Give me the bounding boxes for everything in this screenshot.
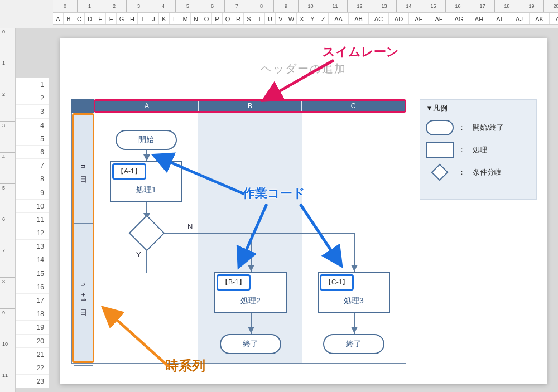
row-header[interactable]: 20 [16, 335, 49, 348]
row-header[interactable]: 11 [16, 213, 49, 226]
proc1-code: 【A-1】 [112, 163, 146, 180]
swimlane-header[interactable]: C [302, 101, 405, 111]
ruler-tick: 2 [0, 90, 15, 122]
ruler-tick: 0 [0, 28, 15, 59]
ruler-tick: 3 [0, 122, 15, 153]
header-placeholder[interactable]: ヘッダーの追加 [261, 61, 347, 76]
column-header[interactable]: AC [369, 13, 389, 24]
shape-end3[interactable]: 終了 [323, 334, 384, 354]
column-header[interactable]: X [297, 13, 307, 24]
column-header[interactable]: AK [530, 13, 550, 24]
row-header[interactable]: 9 [16, 186, 49, 200]
legend-panel: ▼凡例 ： 開始/終了： 処理： 条件分岐 [420, 99, 537, 200]
row-header[interactable]: 15 [16, 267, 49, 280]
column-header[interactable]: AA [329, 13, 349, 24]
column-header[interactable]: AE [409, 13, 429, 24]
line-to-proc3 [354, 233, 355, 272]
column-header[interactable]: B [64, 13, 74, 24]
timeline-segment: n日 [74, 115, 93, 224]
column-header[interactable]: G [117, 13, 127, 24]
column-header[interactable]: I [138, 13, 148, 24]
ruler-tick: 18 [495, 0, 519, 12]
column-header[interactable]: A [53, 13, 64, 24]
column-header[interactable]: Y [307, 13, 318, 24]
ruler-tick: 7 [225, 0, 249, 12]
vertical-ruler: 01234567891011 [0, 28, 16, 392]
ruler-tick: 8 [249, 0, 274, 12]
column-header[interactable]: AF [429, 13, 449, 24]
row-header[interactable]: 12 [16, 226, 49, 240]
swimlane-headers: ABC [94, 99, 406, 113]
column-header[interactable]: AG [449, 13, 469, 24]
column-header[interactable]: D [85, 13, 95, 24]
column-header[interactable]: H [127, 13, 138, 24]
column-header[interactable]: V [276, 13, 286, 24]
shape-start[interactable]: 開始 [116, 130, 177, 150]
row-header[interactable]: 4 [16, 119, 49, 132]
shape-proc1[interactable]: 【A-1】 処理1 [110, 161, 182, 202]
legend-title: ▼凡例 [420, 100, 536, 117]
column-header[interactable]: J [148, 13, 159, 24]
column-header[interactable]: L [170, 13, 180, 24]
row-header[interactable]: 10 [16, 200, 49, 213]
row-numbers: 1234567891011121314151617181920212223 [16, 78, 49, 388]
document-page: ヘッダーの追加 ABC n日n＋1日 [60, 38, 547, 384]
ruler-tick: 11 [323, 0, 348, 12]
row-header[interactable]: 5 [16, 132, 49, 146]
row-header[interactable]: 14 [16, 253, 49, 267]
column-header[interactable]: E [95, 13, 106, 24]
shape-proc3[interactable]: 【C-1】 処理3 [318, 272, 390, 313]
row-header[interactable]: 2 [16, 91, 49, 105]
row-header[interactable]: 1 [16, 78, 49, 91]
column-header[interactable]: AB [349, 13, 369, 24]
row-header[interactable]: 16 [16, 280, 49, 294]
ruler-tick: 6 [0, 215, 15, 246]
ruler-tick: 15 [421, 0, 446, 12]
column-header[interactable]: AL [550, 13, 558, 24]
column-header[interactable]: N [191, 13, 201, 24]
ruler-tick: 20 [544, 0, 558, 12]
line-to-proc2 [251, 233, 252, 272]
column-header[interactable]: AI [489, 13, 509, 24]
proc1-name: 処理1 [111, 181, 181, 201]
row-header[interactable]: 23 [16, 375, 49, 388]
row-header[interactable]: 6 [16, 146, 49, 159]
column-header[interactable]: W [286, 13, 297, 24]
row-header[interactable]: 8 [16, 172, 49, 186]
ruler-tick: 10 [299, 0, 323, 12]
row-header[interactable]: 19 [16, 321, 49, 334]
ruler-tick: 5 [0, 184, 15, 215]
legend-row: ： 開始/終了 [420, 117, 536, 139]
row-header[interactable]: 22 [16, 361, 49, 375]
column-header[interactable]: P [212, 13, 223, 24]
row-header[interactable]: 18 [16, 307, 49, 321]
column-header[interactable]: S [244, 13, 254, 24]
column-header[interactable]: C [74, 13, 85, 24]
shape-proc2[interactable]: 【B-1】 処理2 [214, 272, 287, 313]
column-header[interactable]: T [254, 13, 265, 24]
row-header[interactable]: 7 [16, 159, 49, 172]
column-header[interactable]: Q [223, 13, 233, 24]
row-header[interactable]: 17 [16, 294, 49, 307]
column-header[interactable]: M [180, 13, 191, 24]
row-header[interactable]: 3 [16, 105, 49, 118]
swimlane-header[interactable]: B [199, 101, 302, 111]
annot-swimlane: スイムレーン [323, 43, 399, 60]
lanes-body: n日n＋1日 [71, 113, 406, 364]
column-header[interactable]: R [233, 13, 244, 24]
shape-end2[interactable]: 終了 [220, 334, 281, 354]
column-header[interactable]: AD [389, 13, 409, 24]
proc3-code: 【C-1】 [320, 274, 354, 291]
line-decision-right [160, 233, 355, 234]
swimlane-header[interactable]: A [95, 101, 199, 111]
column-header[interactable]: F [106, 13, 117, 24]
column-header[interactable]: Z [318, 13, 329, 24]
column-header[interactable]: AJ [509, 13, 530, 24]
row-header[interactable]: 21 [16, 348, 49, 361]
proc3-name: 処理3 [319, 292, 389, 312]
column-header[interactable]: K [159, 13, 170, 24]
column-header[interactable]: AH [469, 13, 489, 24]
row-header[interactable]: 13 [16, 240, 49, 253]
column-header[interactable]: U [265, 13, 276, 24]
column-header[interactable]: O [201, 13, 212, 24]
